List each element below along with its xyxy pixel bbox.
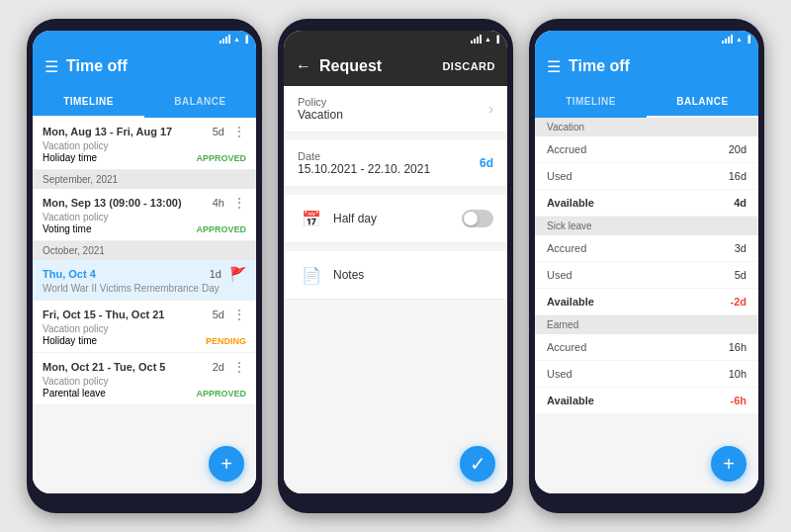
add-button-3[interactable]: + — [711, 446, 747, 482]
item-date: Mon, Aug 13 - Fri, Aug 17 — [43, 126, 172, 137]
menu-icon[interactable]: ☰ — [44, 57, 58, 76]
available-label-2: Available — [547, 296, 594, 308]
confirm-button[interactable]: ✓ — [460, 446, 495, 482]
status-bar-1: ▲ ▐ — [33, 31, 256, 46]
status-indicators: ▲ ▐ — [220, 35, 248, 44]
balance-row: Available -6h — [535, 388, 758, 414]
date-label: Date — [298, 150, 430, 162]
wifi-icon-3: ▲ — [736, 36, 743, 43]
flag-icon: 🚩 — [229, 266, 246, 282]
list-item: Mon, Oct 21 - Tue, Oct 5 2d ⋮ Vacation p… — [33, 353, 256, 405]
tab-timeline-3[interactable]: TIMELINE — [535, 86, 647, 118]
item-policy: Vacation policy — [43, 140, 246, 151]
balance-content: Vacation Accrued 20d Used 16d Available … — [535, 118, 758, 493]
item-duration: 5d — [213, 309, 224, 320]
item-date: Mon, Oct 21 - Tue, Oct 5 — [43, 361, 165, 373]
discard-button[interactable]: DISCARD — [442, 60, 495, 72]
tab-timeline-1[interactable]: TIMELINE — [33, 86, 144, 118]
list-item: Fri, Oct 15 - Thu, Oct 21 5d ⋮ Vacation … — [33, 301, 256, 353]
item-type: Holiday time — [43, 152, 97, 163]
accrued-value-3: 16h — [729, 341, 747, 353]
available-label: Available — [547, 197, 594, 209]
item-date: Mon, Sep 13 (09:00 - 13:00) — [43, 197, 182, 209]
policy-section: Policy Vacation › — [284, 86, 507, 133]
item-duration: 2d — [213, 361, 224, 373]
sick-leave-header: Sick leave — [535, 217, 758, 235]
wifi-icon-2: ▲ — [484, 36, 491, 43]
item-duration: 4h — [213, 197, 224, 209]
item-policy: Vacation policy — [43, 212, 246, 222]
battery-icon-2: ▐ — [494, 36, 499, 43]
item-type: Voting time — [43, 223, 91, 234]
available-value-2: -2d — [731, 296, 747, 308]
timeline-content: Mon, Aug 13 - Fri, Aug 17 5d ⋮ Vacation … — [33, 118, 256, 493]
available-value: 4d — [734, 197, 747, 209]
item-policy: World War II Victims Remembrance Day — [43, 283, 246, 294]
used-value: 16d — [729, 170, 747, 182]
half-day-row: 📅 Half day — [284, 195, 507, 243]
phone-1: ▲ ▐ ☰ Time off TIMELINE BALANCE Mon, Aug… — [27, 19, 262, 513]
signal-icon-2 — [471, 35, 482, 44]
vacation-header: Vacation — [535, 118, 758, 136]
accrued-value: 20d — [729, 143, 747, 155]
used-value-2: 5d — [735, 269, 747, 281]
phone-2: ▲ ▐ ← Request DISCARD Policy Vacation › — [278, 19, 513, 513]
request-content: Policy Vacation › Date 15.10.2021 - 22.1… — [284, 86, 507, 493]
battery-icon-3: ▐ — [746, 36, 750, 43]
balance-row: Used 10h — [535, 361, 758, 388]
item-date: Fri, Oct 15 - Thu, Oct 21 — [43, 309, 164, 320]
used-label: Used — [547, 170, 572, 182]
more-icon[interactable]: ⋮ — [232, 124, 246, 139]
item-duration: 1d — [210, 268, 221, 280]
status-badge: APPROVED — [196, 153, 246, 163]
list-item: Thu, Oct 4 1d 🚩 World War II Victims Rem… — [33, 260, 256, 301]
more-icon[interactable]: ⋮ — [232, 359, 246, 375]
balance-row: Accured 3d — [535, 235, 758, 262]
half-day-section: 📅 Half day — [284, 195, 507, 243]
status-indicators-3: ▲ ▐ — [722, 35, 750, 44]
section-header-sep: September, 2021 — [33, 170, 256, 189]
status-badge: APPROVED — [196, 224, 246, 234]
item-type: Holiday time — [43, 335, 97, 346]
phone-3-screen: ▲ ▐ ☰ Time off TIMELINE BALANCE Vacation… — [535, 31, 758, 493]
accrued-label-2: Accured — [547, 242, 586, 254]
balance-row: Available 4d — [535, 190, 758, 217]
notes-row[interactable]: 📄 Notes — [284, 251, 507, 300]
status-badge: PENDING — [206, 336, 246, 346]
toggle-thumb — [464, 212, 478, 225]
more-icon[interactable]: ⋮ — [232, 195, 246, 211]
notes-section: 📄 Notes — [284, 251, 507, 300]
app-bar-title-2: Request — [319, 57, 434, 75]
signal-icon-3 — [722, 35, 733, 44]
tab-balance-1[interactable]: BALANCE — [144, 86, 256, 118]
menu-icon-3[interactable]: ☰ — [547, 57, 561, 76]
half-day-toggle[interactable] — [462, 210, 493, 227]
app-bar-title-3: Time off — [569, 57, 747, 75]
policy-row[interactable]: Policy Vacation › — [284, 86, 507, 133]
chevron-right-icon: › — [488, 101, 493, 117]
item-policy: Vacation policy — [43, 323, 246, 334]
date-row[interactable]: Date 15.10.2021 - 22.10. 2021 6d — [284, 140, 507, 187]
status-badge: APPROVED — [196, 389, 246, 399]
notes-icon: 📄 — [298, 261, 325, 289]
status-bar-3: ▲ ▐ — [535, 31, 758, 46]
more-icon[interactable]: ⋮ — [232, 307, 246, 322]
balance-row: Accrued 20d — [535, 136, 758, 163]
policy-value: Vacation — [298, 108, 343, 122]
list-item: Mon, Sep 13 (09:00 - 13:00) 4h ⋮ Vacatio… — [33, 189, 256, 241]
back-icon[interactable]: ← — [296, 57, 311, 75]
tab-balance-3[interactable]: BALANCE — [647, 86, 758, 118]
section-header-oct: October, 2021 — [33, 241, 256, 260]
add-button-1[interactable]: + — [209, 446, 244, 482]
status-bar-2: ▲ ▐ — [284, 31, 507, 46]
wifi-icon: ▲ — [233, 36, 240, 43]
accrued-label: Accrued — [547, 143, 586, 155]
balance-row: Accured 16h — [535, 334, 758, 361]
accrued-value-2: 3d — [735, 242, 747, 254]
status-indicators-2: ▲ ▐ — [471, 35, 499, 44]
notes-label: Notes — [333, 268, 364, 282]
date-value: 15.10.2021 - 22.10. 2021 — [298, 162, 430, 176]
used-label-3: Used — [547, 368, 572, 380]
battery-icon: ▐ — [243, 36, 248, 43]
phone-1-screen: ▲ ▐ ☰ Time off TIMELINE BALANCE Mon, Aug… — [33, 31, 256, 493]
